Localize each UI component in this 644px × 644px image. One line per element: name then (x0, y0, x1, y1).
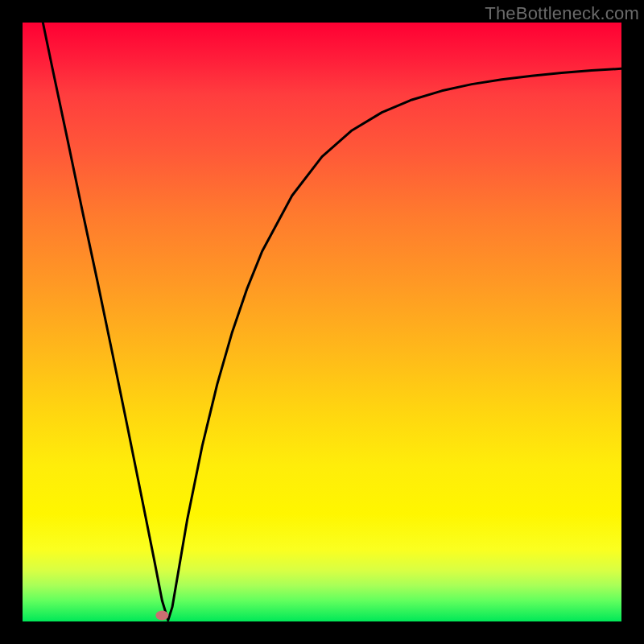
chart-stage: TheBottleneck.com (0, 0, 644, 644)
curve-layer (23, 23, 621, 621)
min-marker (155, 611, 168, 621)
watermark-text: TheBottleneck.com (485, 3, 639, 24)
plot-area (23, 23, 621, 621)
bottleneck-curve (43, 23, 621, 621)
